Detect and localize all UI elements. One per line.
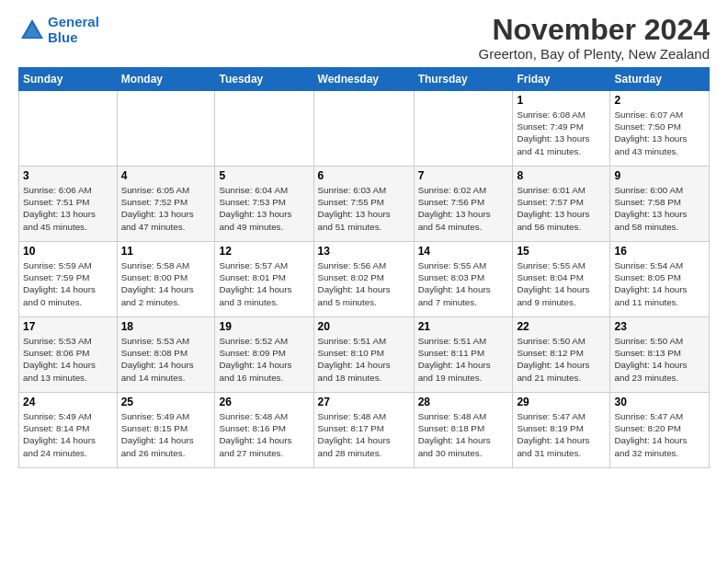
day-number: 24 (23, 396, 113, 408)
calendar-cell: 29Sunrise: 5:47 AM Sunset: 8:19 PM Dayli… (513, 393, 610, 468)
day-number: 18 (121, 320, 211, 333)
month-title: November 2024 (478, 15, 710, 44)
calendar-cell (19, 91, 118, 167)
logo-icon (18, 17, 46, 44)
day-info: Sunrise: 5:47 AM Sunset: 8:19 PM Dayligh… (517, 410, 606, 459)
day-info: Sunrise: 5:53 AM Sunset: 8:06 PM Dayligh… (23, 335, 113, 384)
col-sunday: Sunday (19, 68, 118, 91)
day-info: Sunrise: 6:05 AM Sunset: 7:52 PM Dayligh… (121, 184, 211, 233)
day-number: 4 (121, 169, 211, 182)
day-info: Sunrise: 5:58 AM Sunset: 8:00 PM Dayligh… (121, 259, 211, 308)
calendar: Sunday Monday Tuesday Wednesday Thursday… (18, 67, 710, 468)
calendar-cell: 8Sunrise: 6:01 AM Sunset: 7:57 PM Daylig… (513, 167, 610, 242)
day-number: 26 (219, 396, 309, 408)
day-info: Sunrise: 5:49 AM Sunset: 8:15 PM Dayligh… (121, 410, 211, 459)
day-info: Sunrise: 5:49 AM Sunset: 8:14 PM Dayligh… (23, 410, 113, 459)
calendar-cell: 28Sunrise: 5:48 AM Sunset: 8:18 PM Dayli… (414, 393, 513, 468)
day-info: Sunrise: 5:54 AM Sunset: 8:05 PM Dayligh… (614, 259, 705, 308)
calendar-week-3: 17Sunrise: 5:53 AM Sunset: 8:06 PM Dayli… (19, 317, 710, 393)
day-number: 29 (517, 396, 606, 408)
day-number: 14 (418, 245, 509, 258)
calendar-cell: 21Sunrise: 5:51 AM Sunset: 8:11 PM Dayli… (414, 317, 513, 393)
day-number: 13 (318, 245, 410, 258)
calendar-cell: 25Sunrise: 5:49 AM Sunset: 8:15 PM Dayli… (117, 393, 215, 468)
day-number: 22 (517, 320, 606, 333)
day-info: Sunrise: 5:55 AM Sunset: 8:04 PM Dayligh… (517, 259, 606, 308)
day-number: 9 (614, 169, 705, 182)
day-info: Sunrise: 6:02 AM Sunset: 7:56 PM Dayligh… (418, 184, 509, 233)
day-info: Sunrise: 5:50 AM Sunset: 8:12 PM Dayligh… (517, 335, 606, 384)
day-number: 30 (614, 396, 705, 408)
day-number: 1 (517, 94, 606, 107)
calendar-cell (313, 91, 414, 167)
calendar-cell: 10Sunrise: 5:59 AM Sunset: 7:59 PM Dayli… (19, 242, 118, 317)
calendar-cell: 13Sunrise: 5:56 AM Sunset: 8:02 PM Dayli… (313, 242, 414, 317)
calendar-header-row: Sunday Monday Tuesday Wednesday Thursday… (19, 68, 710, 91)
calendar-cell: 30Sunrise: 5:47 AM Sunset: 8:20 PM Dayli… (610, 393, 710, 468)
calendar-cell: 5Sunrise: 6:04 AM Sunset: 7:53 PM Daylig… (215, 167, 313, 242)
day-number: 7 (418, 169, 509, 182)
calendar-cell: 26Sunrise: 5:48 AM Sunset: 8:16 PM Dayli… (215, 393, 313, 468)
day-number: 2 (614, 94, 705, 107)
calendar-cell: 20Sunrise: 5:51 AM Sunset: 8:10 PM Dayli… (313, 317, 414, 393)
col-wednesday: Wednesday (313, 68, 414, 91)
col-thursday: Thursday (414, 68, 513, 91)
calendar-cell: 1Sunrise: 6:08 AM Sunset: 7:49 PM Daylig… (513, 91, 610, 167)
day-number: 5 (219, 169, 309, 182)
calendar-cell: 4Sunrise: 6:05 AM Sunset: 7:52 PM Daylig… (117, 167, 215, 242)
day-info: Sunrise: 6:07 AM Sunset: 7:50 PM Dayligh… (614, 109, 705, 157)
day-number: 12 (219, 245, 309, 258)
col-monday: Monday (117, 68, 215, 91)
day-info: Sunrise: 6:00 AM Sunset: 7:58 PM Dayligh… (614, 184, 705, 233)
day-info: Sunrise: 6:08 AM Sunset: 7:49 PM Dayligh… (517, 109, 606, 157)
calendar-cell (215, 91, 313, 167)
logo-line2: Blue (48, 29, 78, 45)
day-number: 16 (614, 245, 705, 258)
calendar-cell: 12Sunrise: 5:57 AM Sunset: 8:01 PM Dayli… (215, 242, 313, 317)
day-info: Sunrise: 5:48 AM Sunset: 8:17 PM Dayligh… (318, 410, 410, 459)
calendar-cell: 18Sunrise: 5:53 AM Sunset: 8:08 PM Dayli… (117, 317, 215, 393)
calendar-cell: 9Sunrise: 6:00 AM Sunset: 7:58 PM Daylig… (610, 167, 710, 242)
day-number: 15 (517, 245, 606, 258)
day-number: 8 (517, 169, 606, 182)
calendar-cell: 14Sunrise: 5:55 AM Sunset: 8:03 PM Dayli… (414, 242, 513, 317)
day-number: 28 (418, 396, 509, 408)
day-number: 19 (219, 320, 309, 333)
col-tuesday: Tuesday (215, 68, 313, 91)
day-number: 21 (418, 320, 509, 333)
day-number: 10 (23, 245, 113, 258)
subtitle: Greerton, Bay of Plenty, New Zealand (478, 46, 710, 62)
page: General Blue November 2024 Greerton, Bay… (0, 0, 728, 477)
calendar-cell (414, 91, 513, 167)
calendar-cell: 22Sunrise: 5:50 AM Sunset: 8:12 PM Dayli… (513, 317, 610, 393)
calendar-cell: 24Sunrise: 5:49 AM Sunset: 8:14 PM Dayli… (19, 393, 118, 468)
day-info: Sunrise: 5:51 AM Sunset: 8:10 PM Dayligh… (318, 335, 410, 384)
day-info: Sunrise: 5:52 AM Sunset: 8:09 PM Dayligh… (219, 335, 309, 384)
day-info: Sunrise: 5:55 AM Sunset: 8:03 PM Dayligh… (418, 259, 509, 308)
calendar-cell: 7Sunrise: 6:02 AM Sunset: 7:56 PM Daylig… (414, 167, 513, 242)
day-info: Sunrise: 5:57 AM Sunset: 8:01 PM Dayligh… (219, 259, 309, 308)
day-number: 20 (318, 320, 410, 333)
day-number: 17 (23, 320, 113, 333)
logo: General Blue (18, 15, 99, 45)
calendar-cell (117, 91, 215, 167)
calendar-cell: 17Sunrise: 5:53 AM Sunset: 8:06 PM Dayli… (19, 317, 118, 393)
day-number: 11 (121, 245, 211, 258)
calendar-week-1: 3Sunrise: 6:06 AM Sunset: 7:51 PM Daylig… (19, 167, 710, 242)
calendar-cell: 15Sunrise: 5:55 AM Sunset: 8:04 PM Dayli… (513, 242, 610, 317)
calendar-cell: 11Sunrise: 5:58 AM Sunset: 8:00 PM Dayli… (117, 242, 215, 317)
calendar-cell: 6Sunrise: 6:03 AM Sunset: 7:55 PM Daylig… (313, 167, 414, 242)
calendar-week-4: 24Sunrise: 5:49 AM Sunset: 8:14 PM Dayli… (19, 393, 710, 468)
title-area: November 2024 Greerton, Bay of Plenty, N… (478, 15, 710, 62)
day-number: 23 (614, 320, 705, 333)
col-friday: Friday (513, 68, 610, 91)
col-saturday: Saturday (610, 68, 710, 91)
calendar-cell: 23Sunrise: 5:50 AM Sunset: 8:13 PM Dayli… (610, 317, 710, 393)
calendar-cell: 2Sunrise: 6:07 AM Sunset: 7:50 PM Daylig… (610, 91, 710, 167)
day-number: 25 (121, 396, 211, 408)
calendar-cell: 19Sunrise: 5:52 AM Sunset: 8:09 PM Dayli… (215, 317, 313, 393)
day-info: Sunrise: 5:56 AM Sunset: 8:02 PM Dayligh… (318, 259, 410, 308)
calendar-week-0: 1Sunrise: 6:08 AM Sunset: 7:49 PM Daylig… (19, 91, 710, 167)
day-info: Sunrise: 6:06 AM Sunset: 7:51 PM Dayligh… (23, 184, 113, 233)
calendar-cell: 3Sunrise: 6:06 AM Sunset: 7:51 PM Daylig… (19, 167, 118, 242)
